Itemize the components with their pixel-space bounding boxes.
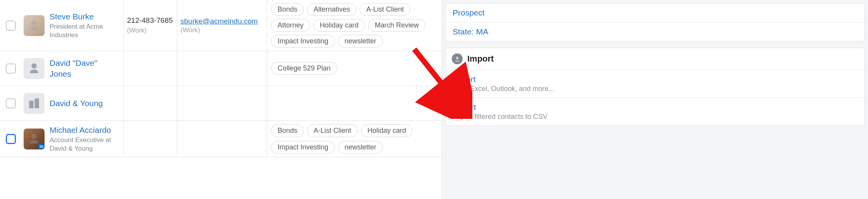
sidebar-import-panel: Import Import CSV, Excel, Outlook, and m… (445, 48, 865, 126)
contact-name-link[interactable]: Michael Acciardo (50, 125, 120, 135)
avatar[interactable]: in (24, 129, 45, 149)
contacts-table: Steve BurkePresident at Acme Industries2… (0, 0, 442, 157)
contact-subtitle: President at Acme Industries (50, 22, 120, 39)
import-panel-header: Import (446, 48, 865, 70)
row-checkbox[interactable] (6, 63, 16, 74)
tag-pill[interactable]: Holiday card (361, 124, 413, 137)
linkedin-badge-icon: in (38, 143, 45, 149)
contact-name-link[interactable]: David & Young (50, 98, 120, 108)
contact-subtitle: Account Executive at David & Young (50, 136, 120, 153)
avatar[interactable] (24, 15, 45, 36)
row-checkbox[interactable] (6, 21, 16, 31)
tag-pill[interactable]: Bonds (271, 3, 304, 16)
tag-pill[interactable]: Holiday card (313, 19, 365, 32)
table-row: David & Young (0, 86, 442, 121)
tag-pill[interactable]: newsletter (338, 141, 383, 154)
tag-pill[interactable]: A-List Client (307, 124, 358, 137)
tag-pill[interactable]: Bonds (271, 124, 304, 137)
tag-pill[interactable]: newsletter (338, 35, 383, 48)
import-link-row[interactable]: Import CSV, Excel, Outlook, and more... (446, 70, 865, 98)
filter-state-label: State: MA (453, 27, 488, 36)
avatar[interactable] (24, 93, 45, 114)
import-subtext: CSV, Excel, Outlook, and more... (453, 85, 858, 93)
filter-prospect[interactable]: Prospect (446, 3, 865, 22)
contact-email-label: (Work) (180, 26, 264, 34)
contact-phone: 212-483-7685 (Work) (127, 16, 174, 35)
tag-pill[interactable]: College 529 Plan (271, 62, 337, 75)
avatar[interactable] (24, 58, 45, 79)
export-link[interactable]: Export (453, 103, 858, 112)
contact-email-link[interactable]: sburke@acmeindu.com (180, 17, 264, 26)
sidebar-filters-panel: Prospect State: MA (445, 3, 865, 41)
tag-pill[interactable]: Alternatives (307, 3, 357, 16)
tag-pill[interactable]: March Review (368, 19, 425, 32)
tag-pill[interactable]: Attorney (271, 19, 310, 32)
tag-pill[interactable]: Impact Investing (271, 141, 335, 154)
export-link-row[interactable]: Export Export filtered contacts to CSV (446, 98, 865, 125)
filter-state[interactable]: State: MA (446, 22, 865, 41)
table-row: inMichael AcciardoAccount Executive at D… (0, 121, 442, 157)
import-link[interactable]: Import (453, 75, 858, 84)
contact-name-link[interactable]: David "Dave" Jones (50, 58, 120, 79)
row-checkbox[interactable] (6, 98, 16, 108)
import-panel-title: Import (467, 54, 494, 64)
tag-pill[interactable]: A-List Client (360, 3, 410, 16)
tag-pill[interactable]: Impact Investing (271, 35, 335, 48)
row-checkbox[interactable] (6, 134, 16, 144)
export-subtext: Export filtered contacts to CSV (453, 113, 858, 121)
filter-prospect-label: Prospect (453, 8, 485, 17)
table-row: David "Dave" JonesCollege 529 Plan (0, 51, 442, 86)
import-header-icon (452, 53, 463, 64)
contact-name-link[interactable]: Steve Burke (50, 11, 120, 22)
table-row: Steve BurkePresident at Acme Industries2… (0, 0, 442, 51)
